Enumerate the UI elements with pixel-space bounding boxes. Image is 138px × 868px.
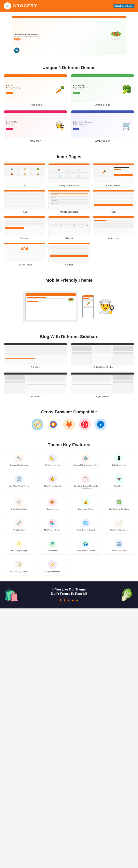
features-grid-wrapper: 🔧 Drag And Drop Builder 📐 4 Different La…: [0, 451, 138, 582]
faq-header: [4, 190, 45, 191]
wishlist-header: [48, 216, 89, 218]
blog-item-lr[interactable]: Left And Right Sidebar: [71, 343, 134, 368]
demo-item-grab[interactable]: Online Grocery ShoppingDeliver Vegetable…: [71, 110, 134, 143]
account-content: [107, 220, 133, 228]
layouts-label: 4 Different Layouts: [39, 464, 66, 466]
desktop-line-1: [27, 298, 66, 299]
wishlist-heart-4: ♥: [61, 225, 62, 226]
demo-item-organic[interactable]: Fresh & HealthyOrganic Vegetables Best q…: [71, 74, 134, 106]
cat-item-2: 🧹: [69, 167, 88, 173]
account-mini: [94, 218, 133, 228]
blog-left-main-line-1: [27, 383, 66, 383]
page-item-category[interactable]: 🏠 🧹 🧴 🫧 Category Household: [48, 163, 90, 187]
checkout-field-4: [25, 220, 44, 221]
page-item-shop[interactable]: 🛍️ 🥕 🥦 🍎 🧅 🥑 Shop: [4, 163, 45, 187]
fresh-sub: Best seasonal sales: [6, 89, 20, 91]
browser-title: Cross Browser Compatible: [4, 409, 134, 414]
desktop-line-2: [27, 300, 66, 300]
faq-item-3: [5, 200, 44, 203]
wishlist-heart-1: ♥: [61, 220, 62, 222]
product-mini-5: 🧅: [18, 172, 31, 176]
blog-left-main-line-2: [27, 384, 66, 384]
blog-left-line-1: [5, 381, 25, 382]
desktop-food-img: 🥗: [67, 297, 74, 304]
feature-drag-drop: 🔧 Drag And Drop Builder: [4, 451, 34, 469]
feature-custom-fonts: 🔤 Custom Fonts Paths: [104, 537, 134, 555]
features-section: Theme Key Features 🔧 Drag And Drop Build…: [0, 436, 138, 582]
footer-vegetables-emoji: 🥬: [119, 588, 134, 602]
blog-item-left[interactable]: Left Sidebar: [4, 372, 67, 398]
blog-right-main-line-1: [72, 383, 111, 383]
browser-icons: 🧭 🦊 e: [4, 418, 134, 430]
grab-emoji: 🛒: [122, 121, 132, 130]
footer-cta: 🛍️ If You Like Our Theme Don't Forget To…: [0, 582, 138, 609]
demo-item-mealmart[interactable]: Fresh Food ForFresh More Daily fresh del…: [4, 110, 67, 143]
hero-cta-button[interactable]: Shop Now: [14, 38, 21, 40]
phone-header-bar: [83, 295, 94, 297]
safari-icon: 🧭: [32, 418, 43, 430]
footer-text-block: If You Like Our Theme Don't Forget To Ra…: [23, 587, 115, 602]
checkout-header: [4, 216, 45, 218]
contact-mini: [50, 244, 88, 257]
page-item-404[interactable]: 404 Page Not Found 404 Not Found: [4, 243, 45, 266]
page-item-wishlist[interactable]: ♥ ♥ ♥ ♥ ♥: [48, 216, 90, 240]
affiliate-feat-label: Affiliate System: [6, 529, 32, 531]
blog-lr-main: [93, 345, 112, 365]
category-header: [48, 163, 89, 165]
page-item-cart[interactable]: Cart: [93, 190, 134, 213]
hero-title: Online Fresh Grocery Shopping: [14, 34, 40, 35]
account-header: [93, 216, 134, 218]
cat-item-3: 🧴: [50, 173, 69, 179]
blog-lr-main-line-1: [94, 353, 111, 354]
vendor-icon: 🏪: [48, 519, 57, 527]
footer-stars[interactable]: ★★★★★: [23, 598, 115, 602]
fresh-food-emoji: 🥕: [55, 85, 65, 94]
product-desc-line: [114, 170, 129, 171]
opera-icon: [79, 418, 91, 430]
demo-thumb-organic: Fresh & HealthyOrganic Vegetables Best q…: [71, 74, 134, 102]
wishlist-heart-5: ♥: [74, 225, 75, 226]
retina-label: Retina Ready: [106, 485, 132, 487]
page-item-contact[interactable]: Contact: [48, 243, 90, 266]
feature-affiliate: 🔗 Affiliate System: [4, 516, 34, 534]
blog-item-right[interactable]: Right Sidebar: [71, 372, 134, 398]
fresh-thumb-inner: Online FreshGrocery Shopping Best season…: [4, 74, 67, 101]
desktop-header-bar: [26, 293, 76, 296]
svg-point-4: [81, 421, 88, 428]
phone-line-4: [83, 306, 93, 307]
page-item-faq[interactable]: FAQs: [4, 190, 45, 213]
logo-icon: 🛒: [4, 2, 11, 9]
blog-item-full[interactable]: Full Width: [4, 343, 67, 368]
demo-item-fresh[interactable]: Online FreshGrocery Shopping Best season…: [4, 74, 67, 106]
mobile-title: Mobile Friendly Theme: [4, 278, 134, 287]
blog-right-line-1: [113, 381, 133, 382]
account-field-2: [107, 222, 133, 224]
blog-lr-side-line-2: [72, 353, 92, 354]
contact-textarea: [50, 251, 88, 255]
page-item-account[interactable]: My Account: [93, 216, 134, 240]
footer-cta-line2: Don't Forget To Rate It!!: [23, 592, 115, 596]
blog-grid-wrapper: Full Width: [0, 343, 138, 404]
inner-pages-title: Inner Pages: [0, 148, 138, 163]
features-title: Theme Key Features: [0, 436, 138, 451]
product-mini-3: 🥦: [31, 167, 44, 172]
hero-preview-img: W Online Fresh Grocery Shopping Best qua…: [12, 16, 126, 55]
fresh-btn: Shop Now: [6, 92, 12, 94]
checkout-field-6: [25, 224, 44, 226]
account-menu-2: [94, 222, 107, 224]
page-item-product[interactable]: 🥕 Product Details: [93, 163, 134, 187]
delivery-man-emoji: 👨‍🍳: [98, 299, 115, 315]
cart-item-1: [94, 193, 133, 196]
page-item-affiliate[interactable]: Earnings: $250 Clicks: 1,240 Conversions…: [48, 190, 90, 213]
google-maps-icon: 🗺️: [48, 539, 57, 548]
aff-stat-1: Earnings: $250: [50, 193, 88, 196]
blog-thumb-left: [4, 372, 67, 394]
blog-lr-left-sidebar: [71, 345, 93, 365]
checkout-inner: [4, 216, 45, 236]
unique-pages-label: Unique Page Designs: [6, 550, 32, 552]
product-desc-line-2: [114, 172, 123, 173]
blog-right-main-line-2: [72, 384, 111, 384]
checkout-field-5: [25, 222, 44, 224]
blog-full-content-wrap: [4, 345, 67, 365]
page-item-checkout[interactable]: Checkout: [4, 216, 45, 240]
